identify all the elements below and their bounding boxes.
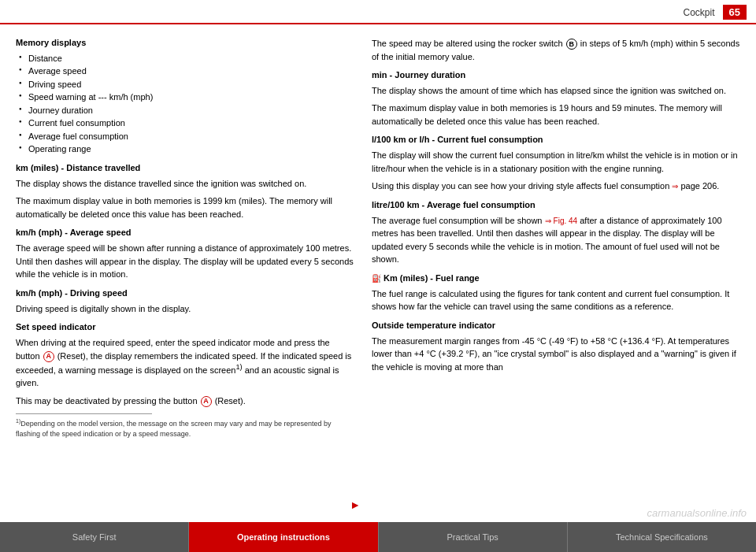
section-set-speed-para1: When driving at the required speed, ente… [16,336,356,390]
list-item: Distance [19,52,356,65]
right-intro-para: The speed may be altered using the rocke… [372,37,740,63]
section-driving-speed-title: km/h (mph) - Driving speed [16,287,356,300]
arrow-link-206: ⇒ [672,182,678,191]
footer-nav-safety-first[interactable]: Safety First [0,522,189,552]
list-item: Operating range [19,143,356,156]
watermark: carmanualsonline.info [647,507,747,519]
section-current-fuel-para1: The display will show the current fuel c… [372,149,740,175]
section-driving-speed-para1: Driving speed is digitally shown in the … [16,302,356,316]
section-avg-speed-title: km/h (mph) - Average speed [16,227,356,239]
button-a-icon-2: A [201,396,212,407]
footer-nav-technical-specs-label: Technical Specifications [616,532,708,542]
chapter-title: Cockpit [684,7,715,18]
button-b-icon: B [566,39,577,50]
right-intro-a: The speed may be altered using the rocke… [372,39,565,48]
footnote-divider [16,413,152,414]
footnote-ref: 1) [235,363,242,371]
section-journey-duration-title: min - Journey duration [372,69,740,82]
footer-nav-practical-tips-label: Practical Tips [447,532,498,542]
page-206: page 206. [680,181,719,191]
footer-nav-safety-first-label: Safety First [72,532,117,542]
footer-navigation: Safety First Operating instructions Prac… [0,522,756,552]
list-item: Journey duration [19,104,356,117]
fig44-label: Fig. 44 [554,217,578,225]
section-fuel-range-para1: The fuel range is calculated using the f… [372,287,740,313]
section-memory-displays-title: Memory displays [16,37,356,50]
page-number: 65 [723,5,747,20]
footer-nav-operating-instructions-label: Operating instructions [237,532,330,542]
footer-nav-technical-specs[interactable]: Technical Specifications [568,522,756,552]
memory-displays-list: Distance Average speed Driving speed Spe… [19,52,356,156]
section-journey-para1: The display shows the amount of time whi… [372,84,740,98]
list-item: Current fuel consumption [19,117,356,130]
section-fuel-range-title: ⛽ Km (miles) - Fuel range [372,272,740,285]
footnote-text: Depending on the model version, the mess… [16,420,331,438]
footnote: 1)Depending on the model version, the me… [16,417,356,439]
list-item: Speed warning at --- km/h (mph) [19,91,356,104]
section-avg-fuel-para1: The average fuel consumption will be sho… [372,214,740,266]
fuel-range-title-text: Km (miles) - Fuel range [384,273,480,283]
left-column: Memory displays Distance Average speed D… [16,37,356,510]
footer-nav-operating-instructions[interactable]: Operating instructions [189,522,378,552]
right-column: The speed may be altered using the rocke… [372,37,740,510]
main-content: Memory displays Distance Average speed D… [0,24,756,517]
set-speed-deactivate-b: (Reset). [213,396,246,406]
section-journey-para2: The maximum display value in both memori… [372,102,740,128]
arrow-fig44: ⇒ [545,217,551,225]
footer-nav-practical-tips[interactable]: Practical Tips [379,522,568,552]
section-outside-temp-para1: The measurement margin ranges from -45 °… [372,335,740,374]
button-a-icon: A [43,351,54,362]
list-item: Driving speed [19,78,356,91]
section-distance-para2: The maximum display value in both memori… [16,194,356,220]
section-avg-speed-para1: The average speed will be shown after ru… [16,242,356,281]
next-page-arrow: ► [350,498,361,511]
avg-fuel-text-a: The average fuel consumption will be sho… [372,216,545,225]
section-distance-para1: The display shows the distance travelled… [16,177,356,191]
fuel-range-icon: ⛽ [372,274,381,283]
section-outside-temp-title: Outside temperature indicator [372,320,740,332]
page-header: Cockpit 65 [0,0,756,24]
list-item: Average fuel consumption [19,130,356,143]
section-set-speed-para2: This may be deactivated by pressing the … [16,395,356,408]
set-speed-deactivate-a: This may be deactivated by pressing the … [16,396,200,406]
current-fuel-text-a: Using this display you can see how your … [372,181,672,191]
list-item: Average speed [19,65,356,78]
section-current-fuel-title: l/100 km or l/h - Current fuel consumpti… [372,134,740,146]
section-avg-fuel-title: litre/100 km - Average fuel consumption [372,199,740,212]
section-current-fuel-para2: Using this display you can see how your … [372,180,740,193]
section-distance-title: km (miles) - Distance travelled [16,162,356,175]
section-set-speed-title: Set speed indicator [16,321,356,334]
